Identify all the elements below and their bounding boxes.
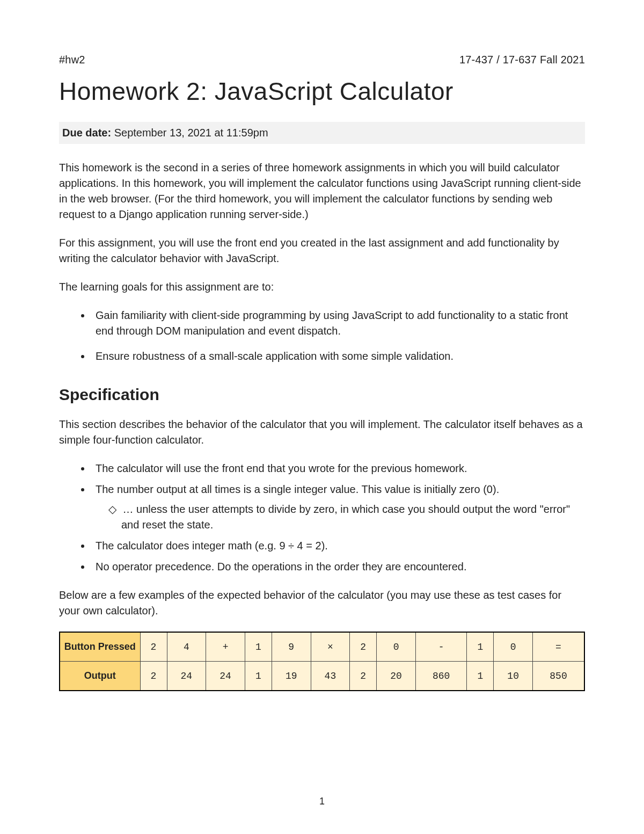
list-item: No operator precedence. Do the operation… — [91, 559, 585, 575]
spec-intro: This section describes the behavior of t… — [59, 417, 585, 448]
course-label: 17-437 / 17-637 Fall 2021 — [459, 54, 585, 66]
list-item-text: The number output at all times is a sing… — [96, 483, 499, 495]
table-row: Output 2 24 24 1 19 43 2 20 860 1 10 850 — [60, 662, 584, 691]
table-cell: + — [206, 632, 245, 662]
table-cell: 43 — [311, 662, 350, 691]
spec-below-text: Below are a few examples of the expected… — [59, 588, 585, 619]
intro-paragraph-3: The learning goals for this assignment a… — [59, 279, 585, 295]
table-cell: - — [415, 632, 466, 662]
homework-tag: #hw2 — [59, 54, 85, 66]
table-cell: 1 — [245, 632, 272, 662]
table-cell: × — [311, 632, 350, 662]
list-item: Gain familiarity with client-side progra… — [91, 308, 585, 339]
list-item: Ensure robustness of a small-scale appli… — [91, 349, 585, 364]
table-cell: 20 — [377, 662, 416, 691]
sub-list: … unless the user attempts to divide by … — [96, 502, 585, 533]
table-cell: 2 — [140, 632, 167, 662]
specification-heading: Specification — [59, 386, 585, 404]
table-cell: 1 — [467, 632, 494, 662]
page-number: 1 — [0, 796, 644, 807]
table-cell: 0 — [377, 632, 416, 662]
table-cell: 24 — [206, 662, 245, 691]
table-cell: 19 — [272, 662, 311, 691]
table-cell: 2 — [140, 662, 167, 691]
due-date-label: Due date: — [62, 127, 111, 139]
table-cell: 24 — [167, 662, 206, 691]
list-item: The number output at all times is a sing… — [91, 482, 585, 533]
sub-list-item: … unless the user attempts to divide by … — [117, 502, 585, 533]
example-table: Button Pressed 2 4 + 1 9 × 2 0 - 1 0 = O… — [59, 632, 585, 691]
table-cell: 2 — [350, 632, 377, 662]
table-cell: 2 — [350, 662, 377, 691]
table-cell: 9 — [272, 632, 311, 662]
row-header-output: Output — [60, 662, 140, 691]
table-cell: 4 — [167, 632, 206, 662]
table-cell: 10 — [494, 662, 533, 691]
list-item: The calculator will use the front end th… — [91, 461, 585, 476]
document-page: #hw2 17-437 / 17-637 Fall 2021 Homework … — [0, 0, 644, 834]
header-row: #hw2 17-437 / 17-637 Fall 2021 — [59, 54, 585, 66]
learning-goals-list: Gain familiarity with client-side progra… — [59, 308, 585, 364]
intro-paragraph-1: This homework is the second in a series … — [59, 160, 585, 222]
due-date-bar: Due date: September 13, 2021 at 11:59pm — [59, 122, 585, 144]
due-date-value: September 13, 2021 at 11:59pm — [114, 127, 268, 139]
table-cell: 1 — [467, 662, 494, 691]
table-cell: 0 — [494, 632, 533, 662]
list-item: The calculator does integer math (e.g. 9… — [91, 538, 585, 554]
table-cell: = — [532, 632, 584, 662]
table-cell: 860 — [415, 662, 466, 691]
row-header-button-pressed: Button Pressed — [60, 632, 140, 662]
spec-bullets-list: The calculator will use the front end th… — [59, 461, 585, 575]
table-row: Button Pressed 2 4 + 1 9 × 2 0 - 1 0 = — [60, 632, 584, 662]
table-cell: 1 — [245, 662, 272, 691]
table-cell: 850 — [532, 662, 584, 691]
page-title: Homework 2: JavaScript Calculator — [59, 77, 585, 106]
intro-paragraph-2: For this assignment, you will use the fr… — [59, 235, 585, 266]
